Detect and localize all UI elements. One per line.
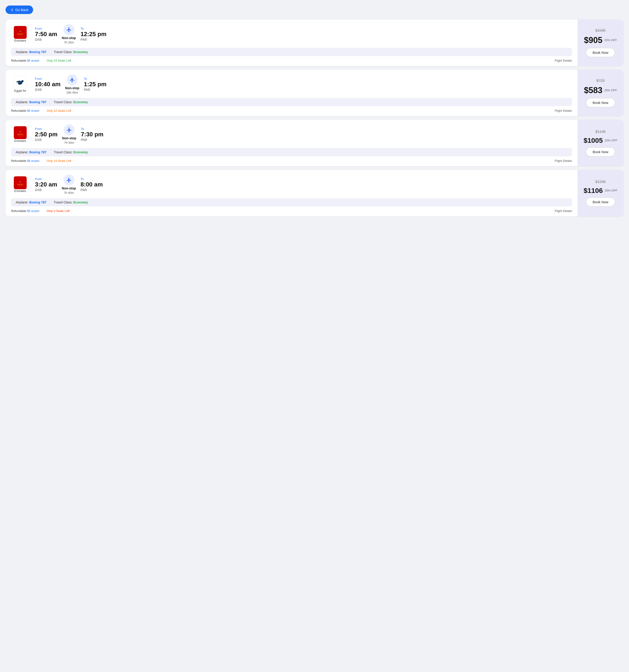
flight-card-1: ✈ EMIRATES دبي Emirates From 7:50 am DXB (5, 20, 624, 66)
departure-block: From 2:50 pm DXB (35, 127, 57, 142)
flight-center: Non-stop 7h 35m (62, 24, 76, 44)
book-now-button[interactable]: Book Now (586, 147, 615, 157)
current-price: $905 (584, 35, 602, 45)
travel-class-info: Travel Class: Economy (54, 100, 88, 104)
flight-details-link[interactable]: Flight Details (555, 159, 572, 163)
arrival-block: To 12:25 pm PAR (80, 27, 106, 42)
flight-footer: Refundable $5 ecash Only 12 Seats Left F… (11, 109, 572, 113)
arrival-airport: PAR (84, 88, 106, 92)
discount-badge: 20% OFF (604, 39, 617, 42)
flight-type: Non-stop (62, 187, 76, 190)
flight-main-4: ✈ EMIRATES دبي Emirates From 3:20 am DXB (5, 170, 578, 216)
airline-name: Emirates (14, 39, 26, 42)
flight-card-4: ✈ EMIRATES دبي Emirates From 3:20 am DXB (5, 170, 624, 216)
to-label: To (84, 77, 106, 80)
svg-text:EMIRATES: EMIRATES (17, 33, 23, 34)
flight-details-link[interactable]: Flight Details (555, 59, 572, 62)
flight-duration: 29h 45m (67, 91, 78, 94)
ecash-amount: $5 ecash (27, 209, 39, 213)
arrival-time: 12:25 pm (80, 31, 106, 38)
seats-left: Only 3 Seats Left (47, 209, 70, 213)
flight-duration: 7h 40m (64, 141, 74, 144)
airline-info: ✈ EMIRATES دبي Emirates (11, 176, 29, 193)
svg-text:✈: ✈ (20, 131, 21, 133)
flight-price-panel: $1145 $1005 20% OFF Book Now (578, 120, 624, 166)
svg-text:دبي: دبي (20, 186, 21, 187)
flight-times: From 2:50 pm DXB Non-stop 7h 40m To 7: (35, 124, 572, 144)
to-label: To (81, 127, 103, 130)
arrival-time: 7:30 pm (81, 131, 103, 138)
svg-text:✈: ✈ (20, 31, 21, 32)
arrival-airport: PAR (80, 38, 106, 41)
travel-class: Economy (73, 200, 88, 204)
chevron-left-icon (10, 8, 14, 12)
flight-footer: Refundable $5 ecash Only 3 Seats Left Fl… (11, 209, 572, 213)
arrival-airport: PAR (81, 138, 103, 142)
airline-info: Egypt Air (11, 76, 29, 92)
airplane-info: Airplane: Boeing 787 (16, 100, 46, 104)
svg-text:✈: ✈ (20, 181, 21, 183)
refundable-label: Refundable $5 ecash (11, 209, 39, 213)
flight-footer: Refundable $5 ecash Only 14 Seats Left F… (11, 159, 572, 163)
discount-badge: 20% OFF (604, 89, 617, 92)
flight-main-2: Egypt Air From 10:40 am DXB Non-stop 29h… (5, 70, 578, 116)
flight-footer: Refundable $5 ecash Only 24 Seats Left F… (11, 59, 572, 62)
airline-logo: ✈ EMIRATES دبي (14, 126, 27, 139)
airplane-info: Airplane: Boeing 787 (16, 50, 46, 54)
flight-main-3: ✈ EMIRATES دبي Emirates From 2:50 pm DXB (5, 120, 578, 166)
book-now-button[interactable]: Book Now (586, 197, 615, 207)
flight-top-row: ✈ EMIRATES دبي Emirates From 3:20 am DXB (11, 174, 572, 194)
airline-info: ✈ EMIRATES دبي Emirates (11, 26, 29, 42)
discount-badge: 20% OFF (605, 189, 618, 192)
flight-times: From 3:20 am DXB Non-stop 7h 40m To 8: (35, 174, 572, 194)
current-price: $1005 (583, 137, 603, 144)
go-back-button[interactable]: Go Back (5, 5, 33, 14)
ecash-amount: $5 ecash (27, 159, 39, 163)
plane-icon (69, 77, 75, 83)
flight-type: Non-stop (62, 136, 76, 140)
flight-main-1: ✈ EMIRATES دبي Emirates From 7:50 am DXB (5, 20, 578, 66)
travel-class: Economy (73, 150, 88, 154)
plane-icon-circle (64, 24, 74, 35)
svg-text:دبي: دبي (20, 35, 21, 37)
airline-logo (14, 76, 27, 89)
original-price: $1145 (596, 130, 606, 134)
flight-center: Non-stop 7h 40m (62, 124, 76, 144)
travel-class: Economy (73, 100, 88, 104)
flight-price-panel: $1045 $905 20% OFF Book Now (578, 20, 624, 66)
flight-top-row: ✈ EMIRATES دبي Emirates From 7:50 am DXB (11, 24, 572, 44)
airplane-info: Airplane: Boeing 787 (16, 150, 46, 154)
flight-details-link[interactable]: Flight Details (555, 109, 572, 113)
go-back-label: Go Back (15, 8, 28, 12)
from-label: From (35, 127, 57, 130)
original-price: $1246 (596, 180, 606, 184)
airplane-info: Airplane: Boeing 787 (16, 200, 46, 204)
flight-details-link[interactable]: Flight Details (555, 209, 572, 213)
airline-name: Emirates (14, 139, 26, 143)
svg-text:دبي: دبي (20, 136, 21, 137)
to-label: To (80, 27, 106, 30)
airplane-model: Boeing 787 (29, 50, 46, 54)
departure-block: From 7:50 am DXB (35, 27, 57, 42)
from-label: From (35, 77, 61, 80)
flight-top-row: ✈ EMIRATES دبي Emirates From 2:50 pm DXB (11, 124, 572, 144)
plane-icon (66, 177, 72, 183)
arrival-airport: PAR (80, 188, 103, 192)
departure-time: 2:50 pm (35, 131, 57, 138)
from-label: From (35, 27, 57, 30)
airline-name: Egypt Air (14, 89, 26, 92)
departure-airport: DXB (35, 38, 57, 41)
flight-times: From 7:50 am DXB Non-stop 7h 35m To 12 (35, 24, 572, 44)
travel-class-info: Travel Class: Economy (54, 50, 88, 54)
book-now-button[interactable]: Book Now (586, 98, 615, 107)
price-row: $1106 20% OFF (583, 187, 617, 194)
airplane-model: Boeing 787 (29, 200, 46, 204)
svg-point-6 (21, 80, 24, 82)
flight-card-3: ✈ EMIRATES دبي Emirates From 2:50 pm DXB (5, 120, 624, 166)
plane-icon (66, 27, 72, 33)
flight-top-row: Egypt Air From 10:40 am DXB Non-stop 29h… (11, 74, 572, 94)
refundable-label: Refundable $5 ecash (11, 59, 39, 62)
flight-price-panel: $723 $583 20% OFF Book Now (578, 70, 624, 116)
book-now-button[interactable]: Book Now (586, 48, 615, 57)
flight-type: Non-stop (62, 36, 76, 40)
